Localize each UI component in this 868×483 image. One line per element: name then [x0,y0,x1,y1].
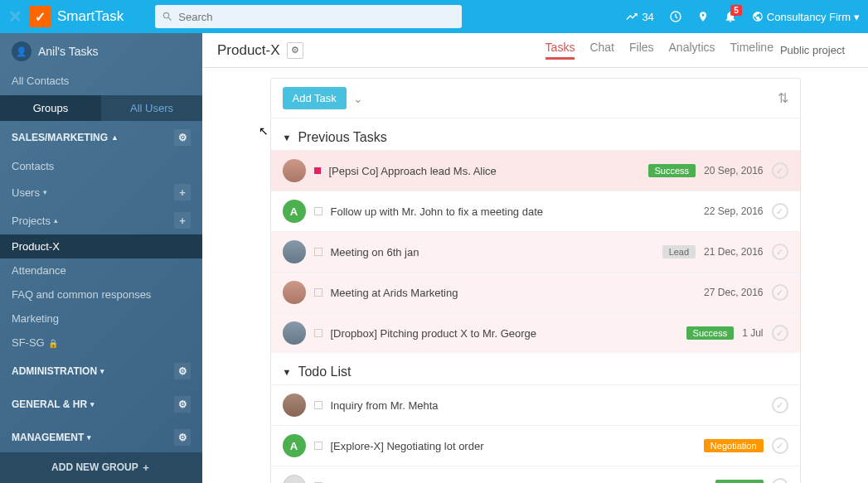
user-avatar: 👤 [12,41,32,61]
section-label: MANAGEMENT [12,432,84,443]
priority-marker [314,288,322,297]
complete-button[interactable]: ✓ [772,325,788,341]
tab-all-users[interactable]: All Users [101,95,202,121]
bell-badge: 5 [730,5,742,16]
caret-down-icon: ▾ [87,433,91,442]
complete-button[interactable]: ✓ [772,437,788,454]
task-avatar: A [283,434,306,457]
section-sales-marketing[interactable]: SALES/MARKETING ▲ ⚙ [0,121,202,154]
sort-button[interactable]: ⇅ [778,90,788,106]
clock-button[interactable] [669,10,682,23]
task-title: [Dropbox] Pitching product X to Mr. Geor… [331,327,678,340]
complete-button[interactable]: ✓ [772,162,788,179]
plus-icon: ＋ [141,461,151,473]
brand-name: SmartTask [57,8,124,25]
tab-timeline[interactable]: Timeline [730,41,773,60]
complete-button[interactable]: ✓ [772,284,788,301]
complete-button[interactable]: ✓ [772,478,788,483]
section-general-hr[interactable]: GENERAL & HR ▾ ⚙ [0,388,202,421]
workspace-switcher[interactable]: Consultancy Firm ▾ [752,11,860,23]
tab-chat[interactable]: Chat [589,41,614,60]
caret-up-icon: ▲ [111,133,119,142]
section-previous-tasks[interactable]: ▼ Previous Tasks [283,130,788,145]
task-row[interactable]: Meeting on 6th jan Lead 21 Dec, 2016 ✓ [271,231,800,272]
section-management[interactable]: MANAGEMENT ▾ ⚙ [0,421,202,454]
sidebar-item-users[interactable]: Users ▾ + [0,178,202,206]
add-group-button[interactable]: ADD NEW GROUP ＋ [0,452,202,483]
trend-icon [625,10,638,23]
project-settings-button[interactable]: ⚙ [287,42,303,59]
pin-icon [697,11,709,22]
status-badge: Negotiation [704,439,764,452]
caret-up-icon: ▴ [54,216,58,225]
gear-icon[interactable]: ⚙ [174,129,191,146]
task-avatar [283,240,306,263]
task-date: 21 Dec, 2016 [704,246,763,258]
notifications-button[interactable]: 5 [724,10,737,23]
all-contacts-link[interactable]: All Contacts [0,70,202,92]
task-date: 1 Jul [742,327,763,339]
task-title: Meeting on 6th jan [331,246,654,258]
project-visibility[interactable]: Public project [780,44,853,56]
priority-marker [314,401,322,409]
complete-button[interactable]: ✓ [772,203,788,220]
priority-marker [314,442,322,450]
tab-files[interactable]: Files [629,41,654,60]
section-administration[interactable]: ADMINISTRATION ▾ ⚙ [0,355,202,388]
priority-marker [314,167,321,174]
projects-label: Projects [12,215,51,227]
task-title: Meetin with Dr.X [331,481,707,484]
status-badge: Lead [662,245,696,258]
task-row[interactable]: A Follow up with Mr. John to fix a meeti… [271,191,800,231]
sidebar-item-faq[interactable]: FAQ and common responses [0,283,202,307]
task-row[interactable]: [Dropbox] Pitching product X to Mr. Geor… [271,312,800,353]
gear-icon[interactable]: ⚙ [174,396,191,413]
search-box[interactable] [155,5,462,28]
sidebar-item-marketing[interactable]: Marketing [0,307,202,331]
status-badge: Success [648,164,696,177]
project-title: Product-X [217,42,280,59]
add-task-button[interactable]: Add Task [283,87,347,109]
user-tasks-label: Anil's Tasks [38,45,98,58]
complete-button[interactable]: ✓ [772,397,788,413]
complete-button[interactable]: ✓ [772,244,788,260]
add-user-button[interactable]: + [174,184,191,200]
task-title: Follow up with Mr. John to fix a meeting… [331,205,696,218]
logo-icon: ✓ [29,6,51,27]
priority-marker [314,329,322,337]
globe-icon [752,11,764,22]
search-input[interactable] [178,11,455,23]
add-task-dropdown[interactable]: ⌄ [353,92,363,105]
task-row[interactable]: Meetin with Dr.X Success ✓ [271,466,800,483]
trend-stat[interactable]: 34 [625,10,653,23]
user-tasks-link[interactable]: 👤 Anil's Tasks [0,33,202,70]
triangle-down-icon: ▼ [283,367,292,377]
sidebar-item-attendance[interactable]: Attendance [0,258,202,283]
sidebar-item-sfsg[interactable]: SF-SG🔒 [0,331,202,355]
add-project-button[interactable]: + [174,212,191,229]
gear-icon[interactable]: ⚙ [174,429,191,446]
sidebar-item-contacts[interactable]: Contacts [0,154,202,178]
sfsg-label: SF-SG [12,336,45,349]
task-row[interactable]: [Pepsi Co] Approach lead Ms. Alice Succe… [271,150,800,191]
sidebar-item-product-x[interactable]: Product-X [0,234,202,258]
chevron-down-icon: ▾ [854,11,860,23]
task-title: [Explore-X] Negotiating lot order [331,440,696,452]
tab-tasks[interactable]: Tasks [546,41,575,60]
sidebar-item-projects[interactable]: Projects ▴ + [0,206,202,234]
pin-button[interactable] [697,11,709,22]
gear-icon[interactable]: ⚙ [174,363,191,379]
task-row[interactable]: Meeting at Arids Marketing 27 Dec, 2016 … [271,272,800,312]
task-row[interactable]: A [Explore-X] Negotiating lot order Nego… [271,425,800,466]
task-row[interactable]: Inquiry from Mr. Mehta ✓ [271,384,800,425]
task-avatar [283,394,306,417]
task-date: 27 Dec, 2016 [704,287,763,298]
status-badge: Success [715,480,764,483]
app-menu-icon[interactable]: ✕ [8,7,22,27]
tab-analytics[interactable]: Analytics [669,41,715,60]
add-group-label: ADD NEW GROUP [51,461,138,473]
section-title-label: Previous Tasks [298,130,386,145]
section-todo-list[interactable]: ▼ Todo List [283,365,788,379]
tab-groups[interactable]: Groups [0,95,101,121]
section-label: ADMINISTRATION [12,365,97,377]
